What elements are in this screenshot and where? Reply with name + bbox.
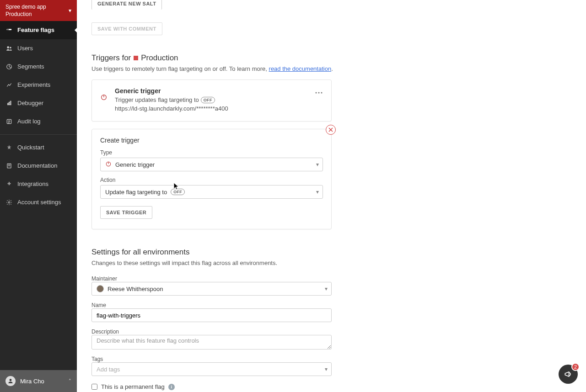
sidebar-item-label: Segments [17,63,44,70]
maintainer-avatar [97,285,104,292]
help-badge-count: 2 [571,363,580,371]
sidebar-item-users[interactable]: Users [0,39,77,58]
action-select-value: Update flag targeting to [105,189,167,196]
off-badge: OFF [201,97,215,103]
sidebar-item-segments[interactable]: Segments [0,58,77,76]
permanent-flag-label: This is a permanent flag [101,383,165,390]
create-trigger-heading: Create trigger [100,137,323,144]
flag-icon [5,26,13,34]
sidebar-item-experiments[interactable]: Experiments [0,76,77,94]
sidebar-item-quickstart[interactable]: Quickstart [0,138,77,157]
svg-point-20 [318,92,320,94]
existing-trigger-url: https://ld-stg.launchdarkly.com/********… [115,105,323,112]
user-menu[interactable]: Mira Cho ˄ [0,370,77,392]
generic-trigger-icon [100,94,108,102]
environment-color-swatch [134,56,138,60]
generic-trigger-icon [105,161,112,169]
save-trigger-button[interactable]: SAVE TRIGGER [100,206,152,219]
create-trigger-card: Create trigger Type Generic trigger ▾ Ac… [91,129,332,229]
off-badge: OFF [171,189,185,195]
user-avatar-icon [5,376,16,386]
sidebar-item-integrations[interactable]: Integrations [0,175,77,193]
segments-icon [5,63,13,70]
nav-divider [0,134,77,135]
documentation-icon [5,162,13,170]
maintainer-select[interactable]: Reese Whitherspoon ▾ [91,282,332,296]
svg-point-1 [7,29,9,30]
maintainer-label: Maintainer [91,275,117,282]
main-content: GENERATE NEW SALT SAVE WITH COMMENT Trig… [77,0,586,392]
svg-point-21 [321,92,323,94]
users-icon [5,45,13,52]
top-buttons-section: GENERATE NEW SALT SAVE WITH COMMENT [91,0,571,35]
app-name: Spree demo app [5,4,46,11]
sidebar-item-label: Integrations [17,180,48,187]
svg-point-3 [10,47,11,48]
description-label: Description [91,328,119,335]
user-name: Mira Cho [20,378,64,385]
tags-placeholder: Add tags [97,366,120,373]
action-label: Action [100,177,323,183]
svg-point-19 [316,92,317,94]
triggers-subtext: Use triggers to remotely turn flag targe… [91,65,571,72]
sidebar-item-label: Audit log [17,118,41,125]
settings-heading: Settings for all environments [91,248,571,257]
tags-label: Tags [91,356,103,362]
existing-trigger-card: Generic trigger Trigger updates flag tar… [91,79,332,122]
settings-subtext: Changes to these settings will impact th… [91,260,571,266]
sidebar-item-documentation[interactable]: Documentation [0,157,77,175]
name-input[interactable] [91,308,332,322]
gear-icon [5,199,13,206]
chevron-up-icon: ˄ [69,378,71,384]
generate-salt-button[interactable]: GENERATE NEW SALT [91,0,162,10]
save-with-comment-button[interactable]: SAVE WITH COMMENT [91,22,162,35]
sidebar-item-label: Account settings [17,199,61,206]
type-select[interactable]: Generic trigger ▾ [100,158,323,171]
type-label: Type [100,149,323,156]
trigger-more-menu[interactable] [315,87,323,95]
integrations-icon [5,180,13,188]
sidebar-item-label: Quickstart [17,144,44,151]
action-select[interactable]: Update flag targeting to OFF ▾ [100,185,323,199]
read-docs-link[interactable]: read the documentation [269,65,332,72]
svg-point-2 [7,46,9,48]
environment-selector[interactable]: Spree demo app Production ▾ [0,0,77,21]
triggers-subtext-pre: Use triggers to remotely turn flag targe… [91,65,269,72]
sidebar-item-debugger[interactable]: Debugger [0,94,77,112]
chevron-down-icon: ▾ [69,7,71,14]
maintainer-value: Reese Whitherspoon [108,286,163,292]
chevron-down-icon: ▾ [316,161,319,168]
description-input[interactable] [91,335,332,350]
chevron-down-icon: ▾ [325,366,328,372]
info-icon[interactable]: i [168,384,175,390]
svg-rect-6 [9,102,10,105]
help-widget-button[interactable]: 2 [559,365,578,384]
experiments-icon [5,81,13,89]
environment-name: Production [5,11,46,17]
sidebar-item-audit-log[interactable]: Audit log [0,112,77,131]
triggers-heading: Triggers for Production [91,53,571,63]
existing-trigger-title: Generic trigger [115,87,323,95]
sidebar-item-label: Feature flags [17,26,54,33]
sidebar: Spree demo app Production ▾ Feature flag… [0,0,77,392]
sidebar-item-feature-flags[interactable]: Feature flags [0,21,77,39]
sidebar-item-account-settings[interactable]: Account settings [0,193,77,212]
triggers-heading-env: Production [141,53,178,63]
type-select-value: Generic trigger [115,161,155,168]
sidebar-item-label: Documentation [17,162,57,169]
existing-trigger-desc: Trigger updates flag targeting to [115,96,199,103]
chevron-down-icon: ▾ [325,286,328,292]
svg-point-15 [8,201,10,203]
triggers-heading-prefix: Triggers for [91,53,131,63]
settings-section: Settings for all environments Changes to… [91,248,571,390]
sidebar-nav-primary: Feature flags Users Segments Experiments [0,21,77,212]
quickstart-icon [5,144,13,151]
svg-point-16 [10,379,12,381]
permanent-flag-checkbox[interactable] [91,384,97,390]
close-create-trigger-button[interactable] [326,125,336,135]
audit-log-icon [5,118,13,125]
tags-select[interactable]: Add tags ▾ [91,362,332,376]
sidebar-item-label: Debugger [17,100,43,106]
name-label: Name [91,302,106,308]
triggers-section: Triggers for Production Use triggers to … [91,53,571,229]
